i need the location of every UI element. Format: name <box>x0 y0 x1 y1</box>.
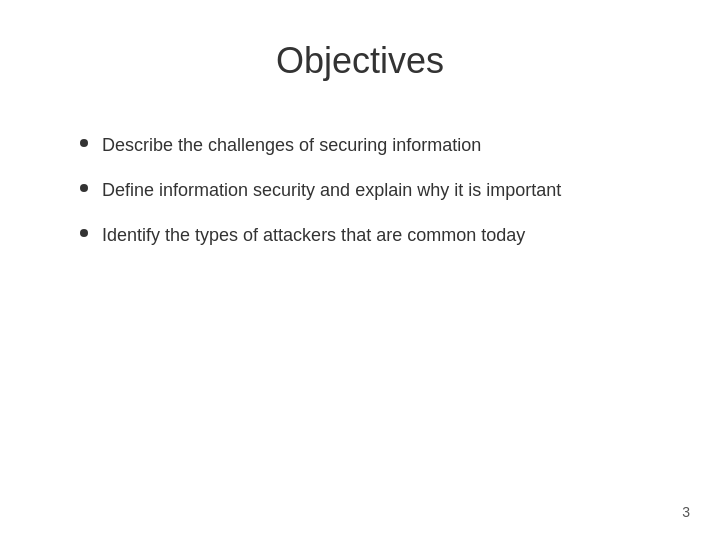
slide: Objectives Describe the challenges of se… <box>0 0 720 540</box>
bullet-item-3: Identify the types of attackers that are… <box>80 222 660 249</box>
bullet-item-1: Describe the challenges of securing info… <box>80 132 660 159</box>
slide-title: Objectives <box>60 40 660 92</box>
bullet-dot-1 <box>80 139 88 147</box>
bullet-text-1: Describe the challenges of securing info… <box>102 132 660 159</box>
bullet-dot-2 <box>80 184 88 192</box>
bullet-text-2: Define information security and explain … <box>102 177 660 204</box>
bullet-dot-3 <box>80 229 88 237</box>
bullet-item-2: Define information security and explain … <box>80 177 660 204</box>
slide-content: Describe the challenges of securing info… <box>60 132 660 500</box>
bullet-text-3: Identify the types of attackers that are… <box>102 222 660 249</box>
slide-number: 3 <box>682 504 690 520</box>
bullet-list: Describe the challenges of securing info… <box>80 132 660 267</box>
